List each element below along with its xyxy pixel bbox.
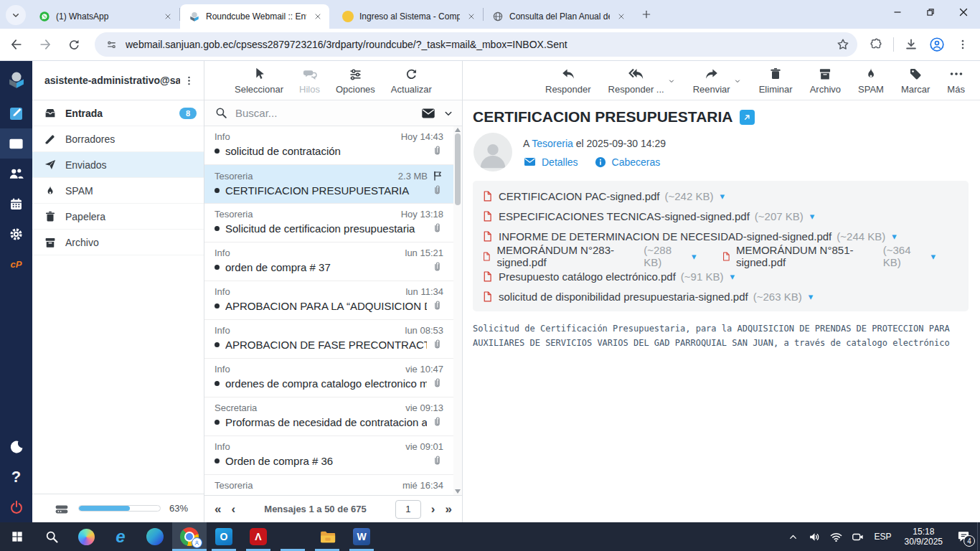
list-item[interactable]: Infolun 08:53 APROBACION DE FASE PRECONT… [204,320,462,359]
delete-button[interactable]: Eliminar [759,65,793,95]
settings-nav-icon[interactable] [0,219,32,249]
scrollbar-thumb[interactable] [455,133,461,205]
first-page-button[interactable]: « [215,502,221,517]
notification-center-icon[interactable]: 4 [950,522,977,551]
reply-all-caret-icon[interactable] [667,77,676,85]
archive-button[interactable]: Archivo [810,65,841,95]
folder-papelera[interactable]: Papelera [32,204,204,230]
next-page-button[interactable]: › [431,502,435,517]
more-button[interactable]: Más [947,65,965,95]
folder-spam[interactable]: SPAM [32,178,204,204]
tab-close-icon[interactable] [162,11,174,22]
compose-button[interactable] [0,98,32,128]
file-explorer-icon[interactable] [310,522,344,551]
spam-button[interactable]: SPAM [858,65,884,95]
page-number-input[interactable] [395,500,421,519]
attachment-menu-caret-icon[interactable]: ▾ [810,211,815,222]
firefox-icon[interactable] [275,522,310,551]
language-indicator[interactable]: ESP [869,532,897,542]
address-bar[interactable]: webmail.sanjuan.gob.ec/cpsess2879723216/… [95,32,857,57]
scroll-down-arrow[interactable] [455,489,461,494]
mark-button[interactable]: Marcar [901,65,930,95]
new-tab-button[interactable] [637,5,656,24]
edge-icon[interactable] [138,522,172,551]
attachment[interactable]: CERTIFICACION PAC-signed.pdf (~242 KB) ▾ [481,190,725,202]
volume-icon[interactable] [804,522,826,551]
account-menu-icon[interactable] [180,72,198,90]
attachment-menu-caret-icon[interactable]: ▾ [720,191,725,202]
attachment-menu-caret-icon[interactable]: ▾ [930,251,936,262]
acrobat-icon[interactable]: Λ [241,522,275,551]
taskbar-search-button[interactable] [34,522,69,551]
attachment[interactable]: ESPECIFICACIONES TECNICAS-signed-signed.… [481,210,814,222]
tab-compras-publicas[interactable]: Ingreso al Sistema - Compras P [334,4,483,29]
clock[interactable]: 15:18 30/9/2025 [897,527,950,547]
show-desktop-button[interactable] [977,522,980,551]
tab-search-button[interactable] [6,5,26,25]
downloads-icon[interactable] [900,33,923,56]
list-item[interactable]: Infolun 11:34 APROBACION PARA LA “ADQUIS… [204,281,462,320]
reply-all-button[interactable]: Responder ... [608,65,664,95]
logout-icon[interactable] [0,492,32,522]
copilot-icon[interactable] [69,522,103,551]
tab-plan-anual[interactable]: Consulta del Plan Anual de Con [484,4,633,29]
roundcube-logo[interactable] [0,61,32,98]
folder-archivo[interactable]: Archivo [32,230,204,255]
reload-button[interactable] [62,32,86,57]
headers-toggle[interactable]: Cabeceras [594,156,661,169]
tab-close-icon[interactable] [312,11,324,22]
options-button[interactable]: Opciones [336,65,375,95]
chrome-taskbar-icon[interactable] [172,522,207,551]
url-text[interactable]: webmail.sanjuan.gob.ec/cpsess2879723216/… [126,39,836,50]
search-options-chevron-icon[interactable] [442,107,455,120]
start-button[interactable] [0,522,34,551]
folder-enviados[interactable]: Enviados [32,152,204,178]
last-page-button[interactable]: » [446,502,452,517]
forward-caret-icon[interactable] [733,77,742,85]
bookmark-star-icon[interactable] [836,37,850,52]
contacts-nav-icon[interactable] [0,159,32,189]
cpanel-icon[interactable]: cP [0,249,32,279]
search-scope-envelope-icon[interactable] [420,105,436,121]
word-icon[interactable]: W [344,522,379,551]
attachment[interactable]: Presupuesto catálogo electrónico.pdf (~9… [481,270,735,283]
outlook-icon[interactable]: O [207,522,241,551]
attachment[interactable]: solicitud de disponibilidad presupuestar… [481,291,813,303]
dark-mode-icon[interactable] [0,432,32,462]
refresh-button[interactable]: Actualizar [391,65,432,95]
mail-nav-icon[interactable] [0,128,32,159]
list-item[interactable]: Tesoreriamié 16:34 [204,475,462,495]
account-header[interactable]: asistente-administrativo@sa... [32,61,204,100]
attachment[interactable]: INFORME DE DETERMINACION DE NECESIDAD-si… [481,230,897,242]
folder-borradores[interactable]: Borradores [32,126,204,152]
list-item[interactable]: Infovie 10:47 ordenes de compra catalogo… [204,359,462,397]
select-button[interactable]: Seleccionar [235,65,283,95]
calendar-nav-icon[interactable] [0,189,32,219]
site-settings-icon[interactable] [105,38,118,52]
tab-close-icon[interactable] [466,11,477,22]
extensions-icon[interactable] [864,33,887,56]
attachment-menu-caret-icon[interactable]: ▾ [809,291,814,302]
meet-now-icon[interactable] [847,522,869,551]
prev-page-button[interactable]: ‹ [231,502,235,517]
tray-chevron-up-icon[interactable] [783,522,804,551]
list-item-selected[interactable]: Tesoreria2.3 MB CERTIFICACION PRESUPUEST… [204,165,462,204]
browser-menu-icon[interactable] [951,33,974,56]
attachment[interactable]: MEMORÁNDUM N°283-signed.pdf (~288 KB) ▾ [481,244,697,268]
list-item[interactable]: TesoreriaHoy 13:18 Solicitud de certific… [204,204,462,242]
open-in-new-window-icon[interactable] [740,110,755,125]
threads-button[interactable]: Hilos [299,65,320,95]
tab-whatsapp[interactable]: (1) WhatsApp [30,4,179,29]
tab-close-icon[interactable] [616,11,627,22]
back-button[interactable] [4,32,29,57]
attachment-menu-caret-icon[interactable]: ▾ [692,251,697,262]
attachment[interactable]: MEMORÁNDUM N°851-signed.pdf (~364 KB) ▾ [721,244,936,268]
details-toggle[interactable]: Detalles [523,155,578,169]
list-item[interactable]: Secretariavie 09:13 Proformas de necesid… [204,397,462,436]
tab-roundcube[interactable]: Roundcube Webmail :: Enviados [180,4,329,29]
attachment-menu-caret-icon[interactable]: ▾ [892,231,897,242]
forward-button[interactable] [33,32,57,57]
list-item[interactable]: InfoHoy 14:43 solicitud de contratación [204,126,462,165]
recipient-link[interactable]: Tesoreria [532,138,573,149]
search-input[interactable] [235,107,415,119]
